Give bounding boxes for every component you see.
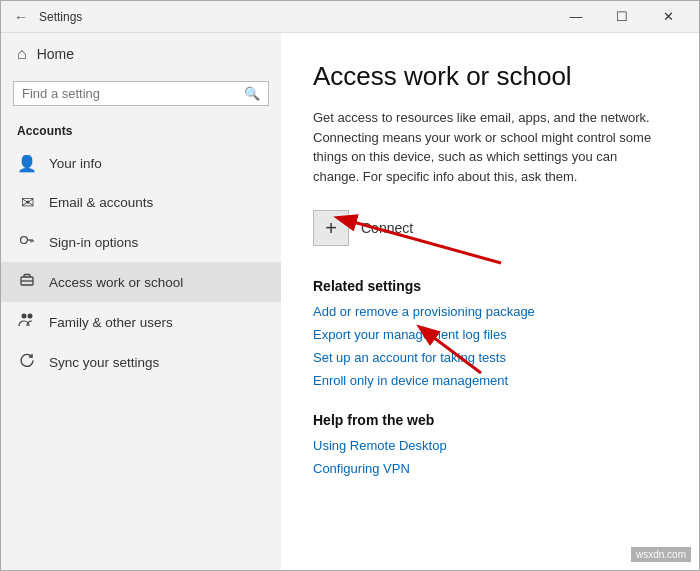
window-title: Settings [39, 10, 553, 24]
svg-point-7 [28, 314, 33, 319]
sidebar-item-access-work-school[interactable]: Access work or school [1, 262, 281, 302]
maximize-button[interactable]: ☐ [599, 1, 645, 33]
title-bar: ← Settings — ☐ ✕ [1, 1, 699, 33]
sidebar-section-title: Accounts [1, 116, 281, 144]
back-button[interactable]: ← [9, 5, 33, 29]
page-title: Access work or school [313, 61, 667, 92]
sidebar-item-your-info[interactable]: 👤 Your info [1, 144, 281, 183]
person-icon: 👤 [17, 154, 37, 173]
search-box: 🔍 [13, 81, 269, 106]
sidebar-item-sign-in-options[interactable]: Sign-in options [1, 222, 281, 262]
main-content: ⌂ Home 🔍 Accounts 👤 Your info ✉ Email & … [1, 33, 699, 570]
link-configuring-vpn[interactable]: Configuring VPN [313, 461, 667, 476]
search-input[interactable] [22, 86, 244, 101]
sidebar-item-home[interactable]: ⌂ Home [1, 33, 281, 75]
minimize-button[interactable]: — [553, 1, 599, 33]
sidebar-item-family-users[interactable]: Family & other users [1, 302, 281, 342]
email-icon: ✉ [17, 193, 37, 212]
briefcase-icon [17, 272, 37, 292]
link-account-tests[interactable]: Set up an account for taking tests [313, 350, 667, 365]
connect-area: + Connect [313, 210, 667, 246]
close-button[interactable]: ✕ [645, 1, 691, 33]
search-icon: 🔍 [244, 86, 260, 101]
link-enroll-device[interactable]: Enroll only in device management [313, 373, 667, 388]
sidebar-item-sync-settings[interactable]: Sync your settings [1, 342, 281, 382]
sync-icon [17, 352, 37, 372]
sidebar-item-label: Family & other users [49, 315, 173, 330]
related-settings-heading: Related settings [313, 278, 667, 294]
sidebar-item-email-accounts[interactable]: ✉ Email & accounts [1, 183, 281, 222]
svg-point-6 [22, 314, 27, 319]
connect-label: Connect [361, 220, 413, 236]
link-management-log[interactable]: Export your management log files [313, 327, 667, 342]
sidebar-item-label: Access work or school [49, 275, 183, 290]
home-label: Home [37, 46, 74, 62]
sidebar-item-label: Your info [49, 156, 102, 171]
help-section: Help from the web Using Remote Desktop C… [313, 412, 667, 476]
window-controls: — ☐ ✕ [553, 1, 691, 33]
link-provisioning-package[interactable]: Add or remove a provisioning package [313, 304, 667, 319]
home-icon: ⌂ [17, 45, 27, 63]
sidebar: ⌂ Home 🔍 Accounts 👤 Your info ✉ Email & … [1, 33, 281, 570]
key-icon [17, 232, 37, 252]
link-remote-desktop[interactable]: Using Remote Desktop [313, 438, 667, 453]
sidebar-item-label: Sync your settings [49, 355, 159, 370]
sidebar-item-label: Email & accounts [49, 195, 153, 210]
connect-button[interactable]: + [313, 210, 349, 246]
right-panel: Access work or school Get access to reso… [281, 33, 699, 570]
page-description: Get access to resources like email, apps… [313, 108, 667, 186]
plus-icon: + [325, 217, 337, 240]
family-icon [17, 312, 37, 332]
svg-point-0 [21, 237, 28, 244]
help-heading: Help from the web [313, 412, 667, 428]
sidebar-item-label: Sign-in options [49, 235, 138, 250]
